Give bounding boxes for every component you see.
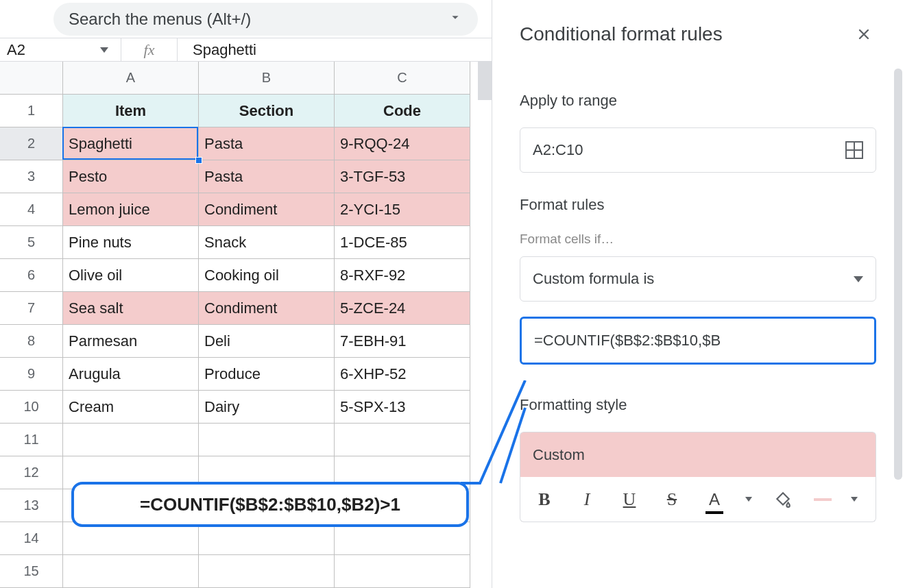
table-header-cell[interactable]: Item bbox=[63, 95, 199, 127]
table-cell[interactable]: Olive oil bbox=[63, 259, 199, 292]
table-cell[interactable]: 7-EBH-91 bbox=[335, 325, 470, 358]
row-header[interactable]: 15 bbox=[0, 555, 63, 588]
table-cell[interactable]: 2-YCI-15 bbox=[335, 193, 470, 226]
table-cell[interactable]: 5-SPX-13 bbox=[335, 391, 470, 424]
table-cell[interactable]: 1-DCE-85 bbox=[335, 226, 470, 259]
close-button[interactable] bbox=[852, 22, 876, 47]
table-cell[interactable]: 3-TGF-53 bbox=[335, 160, 470, 193]
table-cell[interactable]: Pasta bbox=[199, 160, 335, 193]
table-cell[interactable] bbox=[63, 522, 199, 555]
table-cell[interactable]: Condiment bbox=[199, 193, 335, 226]
table-cell[interactable]: Arugula bbox=[63, 358, 199, 391]
row-header[interactable]: 9 bbox=[0, 358, 63, 391]
table-cell[interactable]: Spaghetti bbox=[63, 127, 199, 160]
fx-icon: fx bbox=[121, 38, 177, 61]
fill-color-swatch bbox=[814, 498, 832, 501]
text-color-button[interactable]: A bbox=[703, 487, 726, 513]
condition-dropdown[interactable]: Custom formula is bbox=[520, 256, 876, 302]
column-header[interactable]: B bbox=[199, 62, 335, 95]
menu-search-placeholder: Search the menus (Alt+/) bbox=[69, 10, 424, 29]
table-cell[interactable]: 6-XHP-52 bbox=[335, 358, 470, 391]
table-cell[interactable]: Pesto bbox=[63, 160, 199, 193]
table-cell[interactable]: Snack bbox=[199, 226, 335, 259]
row-header[interactable]: 6 bbox=[0, 259, 63, 292]
formatting-style-title: Formatting style bbox=[520, 396, 876, 414]
table-cell[interactable] bbox=[335, 555, 470, 588]
table-cell[interactable]: Pasta bbox=[199, 127, 335, 160]
table-header-cell[interactable]: Code bbox=[335, 95, 470, 127]
chevron-down-icon bbox=[854, 276, 863, 282]
row-header[interactable]: 10 bbox=[0, 391, 63, 424]
conditional-format-panel: Conditional format rules Apply to range … bbox=[492, 0, 905, 588]
table-cell[interactable] bbox=[199, 424, 335, 456]
scrollbar-thumb[interactable] bbox=[894, 69, 902, 480]
column-header[interactable]: A bbox=[63, 62, 199, 95]
panel-title: Conditional format rules bbox=[520, 23, 723, 45]
name-box[interactable]: A2 bbox=[0, 41, 121, 59]
row-header[interactable]: 1 bbox=[0, 95, 63, 127]
row-header[interactable]: 4 bbox=[0, 193, 63, 226]
row-header[interactable]: 5 bbox=[0, 226, 63, 259]
fill-color-button[interactable] bbox=[771, 487, 795, 513]
style-preview[interactable]: Custom bbox=[520, 432, 876, 477]
formula-bar[interactable]: Spaghetti bbox=[177, 38, 492, 61]
row-header[interactable]: 11 bbox=[0, 424, 63, 456]
table-cell[interactable]: Dairy bbox=[199, 391, 335, 424]
chevron-down-icon[interactable] bbox=[745, 497, 752, 502]
table-cell[interactable] bbox=[199, 522, 335, 555]
table-cell[interactable]: 5-ZCE-24 bbox=[335, 292, 470, 325]
paint-bucket-icon bbox=[774, 491, 792, 509]
chevron-down-icon[interactable] bbox=[851, 497, 858, 502]
format-cells-if-label: Format cells if… bbox=[520, 232, 876, 247]
table-cell[interactable] bbox=[63, 424, 199, 456]
format-rules-title: Format rules bbox=[520, 196, 876, 214]
table-cell[interactable]: Condiment bbox=[199, 292, 335, 325]
custom-formula-input[interactable] bbox=[520, 317, 876, 365]
table-cell[interactable]: 9-RQQ-24 bbox=[335, 127, 470, 160]
chevron-down-icon[interactable] bbox=[100, 47, 108, 53]
row-header[interactable]: 14 bbox=[0, 522, 63, 555]
name-box-row: A2 fx Spaghetti bbox=[0, 38, 492, 62]
condition-value: Custom formula is bbox=[533, 270, 654, 288]
row-header[interactable]: 13 bbox=[0, 489, 63, 522]
row-header[interactable]: 8 bbox=[0, 325, 63, 358]
table-cell[interactable]: Produce bbox=[199, 358, 335, 391]
table-cell[interactable]: Cooking oil bbox=[199, 259, 335, 292]
menu-search-row: Search the menus (Alt+/) bbox=[0, 0, 492, 38]
apply-range-title: Apply to range bbox=[520, 92, 876, 110]
style-toolbar: B I U S A bbox=[520, 477, 876, 522]
row-header[interactable]: 2 bbox=[0, 127, 63, 160]
row-header[interactable]: 7 bbox=[0, 292, 63, 325]
table-cell[interactable]: Pine nuts bbox=[63, 226, 199, 259]
strike-button[interactable]: S bbox=[660, 487, 684, 513]
row-header[interactable]: 12 bbox=[0, 456, 63, 489]
split-handle[interactable] bbox=[478, 62, 492, 100]
select-range-icon[interactable] bbox=[845, 141, 863, 159]
formula-callout: =COUNTIF($B$2:$B$10,$B2)>1 bbox=[71, 482, 469, 527]
italic-button[interactable]: I bbox=[575, 487, 599, 513]
row-header[interactable]: 3 bbox=[0, 160, 63, 193]
column-header[interactable]: C bbox=[335, 62, 470, 95]
scrollbar[interactable] bbox=[894, 69, 902, 480]
table-cell[interactable]: Sea salt bbox=[63, 292, 199, 325]
menu-search[interactable]: Search the menus (Alt+/) bbox=[53, 3, 478, 36]
name-box-value: A2 bbox=[7, 41, 25, 59]
table-cell[interactable]: Lemon juice bbox=[63, 193, 199, 226]
bold-button[interactable]: B bbox=[533, 487, 556, 513]
table-cell[interactable] bbox=[199, 555, 335, 588]
table-cell[interactable]: 8-RXF-92 bbox=[335, 259, 470, 292]
table-cell[interactable]: Cream bbox=[63, 391, 199, 424]
formula-callout-text: =COUNTIF($B$2:$B$10,$B2)>1 bbox=[140, 494, 400, 515]
table-cell[interactable]: Deli bbox=[199, 325, 335, 358]
apply-range-input[interactable]: A2:C10 bbox=[520, 127, 876, 173]
underline-button[interactable]: U bbox=[618, 487, 641, 513]
table-cell[interactable] bbox=[335, 424, 470, 456]
table-cell[interactable] bbox=[63, 555, 199, 588]
formula-bar-value: Spaghetti bbox=[193, 41, 256, 59]
table-cell[interactable]: Parmesan bbox=[63, 325, 199, 358]
apply-range-value: A2:C10 bbox=[533, 141, 583, 159]
select-all-corner[interactable] bbox=[0, 62, 63, 95]
chevron-down-icon[interactable] bbox=[424, 10, 463, 29]
table-cell[interactable] bbox=[335, 522, 470, 555]
table-header-cell[interactable]: Section bbox=[199, 95, 335, 127]
